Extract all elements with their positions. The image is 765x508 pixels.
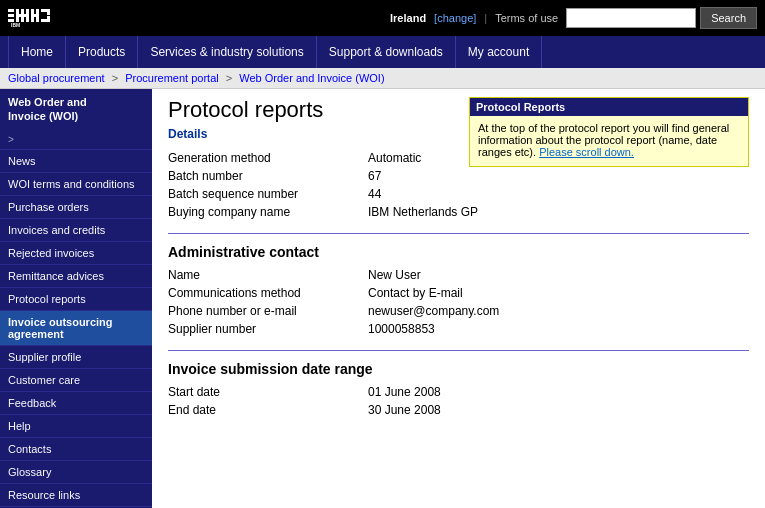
sidebar-item-protocol-reports[interactable]: Protocol reports [0, 287, 152, 310]
phone-label: Phone number or e-mail [168, 304, 368, 318]
comm-value: Contact by E-mail [368, 286, 463, 300]
divider-1 [168, 233, 749, 234]
sidebar-item-news[interactable]: News [0, 149, 152, 172]
breadcrumb: Global procurement > Procurement portal … [0, 68, 765, 89]
generation-row: Generation method Automatic [168, 149, 453, 167]
date-range-header: Invoice submission date range [168, 361, 749, 377]
admin-contact-header: Administrative contact [168, 244, 749, 260]
sidebar-item-invoices-credits[interactable]: Invoices and credits [0, 218, 152, 241]
nav-support[interactable]: Support & downloads [317, 36, 456, 68]
batch-value: 67 [368, 169, 381, 183]
search-button[interactable]: Search [700, 7, 757, 29]
sidebar-item-contacts[interactable]: Contacts [0, 437, 152, 460]
main-layout: Web Order andInvoice (WOI) > News WOI te… [0, 89, 765, 508]
divider-2 [168, 350, 749, 351]
content-area: Protocol Reports At the top of the proto… [152, 89, 765, 508]
sidebar-item-woi-terms[interactable]: WOI terms and conditions [0, 172, 152, 195]
breadcrumb-portal[interactable]: Procurement portal [125, 72, 219, 84]
sidebar-item-feedback[interactable]: Feedback [0, 391, 152, 414]
search-box: Search [566, 7, 757, 29]
svg-text:IBM: IBM [11, 22, 20, 28]
buying-company-value: IBM Netherlands GP [368, 205, 478, 219]
phone-row: Phone number or e-mail newuser@company.c… [168, 302, 749, 320]
end-date-label: End date [168, 403, 368, 417]
end-date-row: End date 30 June 2008 [168, 401, 749, 419]
nav-services[interactable]: Services & industry solutions [138, 36, 316, 68]
svg-rect-5 [21, 17, 24, 22]
svg-rect-1 [8, 14, 14, 17]
supplier-row: Supplier number 1000058853 [168, 320, 749, 338]
name-value: New User [368, 268, 421, 282]
batch-seq-value: 44 [368, 187, 381, 201]
info-box-link[interactable]: Please scroll down. [539, 146, 634, 158]
generation-value: Automatic [368, 151, 421, 165]
search-input[interactable] [566, 8, 696, 28]
nav-products[interactable]: Products [66, 36, 138, 68]
svg-rect-4 [21, 9, 24, 14]
sidebar-item-purchase-orders[interactable]: Purchase orders [0, 195, 152, 218]
breadcrumb-woi[interactable]: Web Order and Invoice (WOI) [239, 72, 384, 84]
generation-label: Generation method [168, 151, 368, 165]
svg-rect-11 [41, 9, 47, 12]
date-range-section: Start date 01 June 2008 End date 30 June… [168, 383, 749, 419]
top-right-area: Ireland [change] | Terms of use Search [390, 7, 757, 29]
batch-row: Batch number 67 [168, 167, 453, 185]
sidebar-item-supplier-profile[interactable]: Supplier profile [0, 345, 152, 368]
start-date-value: 01 June 2008 [368, 385, 441, 399]
admin-contact-section: Name New User Communications method Cont… [168, 266, 749, 338]
end-date-value: 30 June 2008 [368, 403, 441, 417]
change-country-link[interactable]: [change] [434, 12, 476, 24]
batch-seq-label: Batch sequence number [168, 187, 368, 201]
breadcrumb-global[interactable]: Global procurement [8, 72, 105, 84]
top-bar: IBM Ireland [change] | Terms of use Sear… [0, 0, 765, 36]
supplier-value: 1000058853 [368, 322, 435, 336]
sidebar-item-resource-links[interactable]: Resource links [0, 483, 152, 506]
separator1: | [484, 12, 487, 24]
buying-company-row: Buying company name IBM Netherlands GP [168, 203, 749, 221]
sidebar-section-title: Web Order andInvoice (WOI) [0, 89, 152, 130]
nav-myaccount[interactable]: My account [456, 36, 542, 68]
start-date-label: Start date [168, 385, 368, 399]
sidebar-item-customer-care[interactable]: Customer care [0, 368, 152, 391]
name-row: Name New User [168, 266, 749, 284]
comm-row: Communications method Contact by E-mail [168, 284, 749, 302]
svg-rect-12 [41, 19, 47, 22]
start-date-row: Start date 01 June 2008 [168, 383, 749, 401]
info-box: Protocol Reports At the top of the proto… [469, 97, 749, 167]
name-label: Name [168, 268, 368, 282]
sidebar-item-rejected-invoices[interactable]: Rejected invoices [0, 241, 152, 264]
phone-value: newuser@company.com [368, 304, 499, 318]
sidebar: Web Order andInvoice (WOI) > News WOI te… [0, 89, 152, 508]
comm-label: Communications method [168, 286, 368, 300]
sidebar-item-remittance[interactable]: Remittance advices [0, 264, 152, 287]
nav-home[interactable]: Home [8, 36, 66, 68]
batch-label: Batch number [168, 169, 368, 183]
batch-seq-row: Batch sequence number 44 [168, 185, 749, 203]
sidebar-item-help[interactable]: Help [0, 414, 152, 437]
info-box-title: Protocol Reports [470, 98, 748, 116]
logo-area: IBM [8, 7, 58, 29]
svg-rect-7 [16, 14, 29, 17]
svg-rect-13 [47, 9, 50, 15]
nav-bar: Home Products Services & industry soluti… [0, 36, 765, 68]
sidebar-item-invoice-outsourcing[interactable]: Invoice outsourcing agreement [0, 310, 152, 345]
supplier-label: Supplier number [168, 322, 368, 336]
country-label: Ireland [390, 12, 426, 24]
svg-rect-0 [8, 9, 14, 12]
svg-rect-14 [47, 16, 50, 22]
svg-rect-10 [31, 14, 39, 17]
ibm-logo: IBM [8, 7, 58, 29]
terms-of-use-link[interactable]: Terms of use [495, 12, 558, 24]
sidebar-arrow: > [0, 130, 152, 149]
buying-company-label: Buying company name [168, 205, 368, 219]
sidebar-item-glossary[interactable]: Glossary [0, 460, 152, 483]
